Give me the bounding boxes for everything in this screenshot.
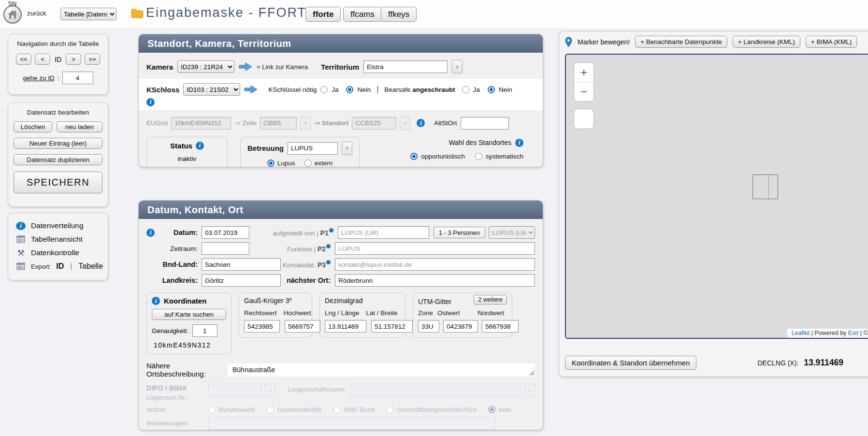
- reload-button[interactable]: neu laden: [57, 121, 102, 132]
- app-button-ffkeys[interactable]: ffkeys: [381, 7, 417, 22]
- duplicate-button[interactable]: Datensatz duplizieren: [14, 154, 102, 165]
- zoom-in-button[interactable]: +: [574, 63, 593, 82]
- app-button-ffcams[interactable]: ffcams: [343, 7, 382, 22]
- kschloss-select[interactable]: ID103 : 21S02: [183, 83, 240, 96]
- export-id-link[interactable]: ID: [56, 262, 64, 271]
- export-label: Export:: [31, 263, 51, 270]
- standort-dropdown-button: ∨: [400, 116, 410, 130]
- last-record-button[interactable]: >>: [85, 54, 100, 65]
- lng-input[interactable]: [325, 320, 366, 333]
- hochwert-input[interactable]: [285, 320, 320, 333]
- betreuung-label: Betreuung: [247, 144, 284, 152]
- home-button[interactable]: [3, 5, 22, 24]
- kschluessel-ja-radio[interactable]: [320, 86, 328, 93]
- first-record-button[interactable]: <<: [16, 54, 31, 65]
- back-link[interactable]: zurück: [27, 10, 46, 17]
- betreuung-lupus-radio[interactable]: [267, 160, 275, 167]
- bima-kml-button[interactable]: + BIMA (KML): [806, 36, 857, 48]
- datum-panel: Datum, Kontakt, Ort i Datum: aufgestellt…: [138, 200, 543, 430]
- p3-info-icon[interactable]: [326, 260, 331, 264]
- p3-input[interactable]: [335, 258, 535, 271]
- genauigkeit-input[interactable]: [192, 324, 217, 337]
- standort-info-icon[interactable]: i: [417, 119, 425, 127]
- weitere-button[interactable]: 2 weitere: [474, 295, 507, 305]
- link-export[interactable]: Export: ID | Tabelle: [16, 260, 104, 273]
- goto-id-link[interactable]: gehe zu ID: [23, 74, 54, 82]
- link-datenkontrolle[interactable]: ⚒ Datenkontrolle: [16, 246, 104, 260]
- zelle-dropdown-button: ∨: [300, 116, 311, 130]
- table-select[interactable]: Tabelle [Datens: [60, 8, 116, 20]
- betreuung-extern-radio[interactable]: [304, 160, 312, 167]
- landkreis-input[interactable]: [202, 274, 281, 287]
- info-icon: i: [16, 222, 26, 230]
- landkreise-kml-button[interactable]: + Landkreise (KML): [733, 36, 800, 48]
- territorium-dropdown-button[interactable]: ∨: [452, 60, 463, 73]
- zone-input[interactable]: [418, 320, 439, 333]
- p1-info-icon[interactable]: [329, 228, 333, 233]
- rechtswert-input[interactable]: [244, 320, 280, 333]
- zelle-input: [260, 117, 297, 130]
- opportunistisch-radio[interactable]: [410, 153, 418, 160]
- kschloss-info-icon[interactable]: i: [146, 98, 155, 106]
- betreuung-input[interactable]: [288, 142, 338, 155]
- ostwert-input[interactable]: [443, 320, 478, 333]
- naechster-ort-input[interactable]: [335, 274, 535, 287]
- map-attribution: Leaflet | Powered by Esri | © O: [787, 329, 868, 338]
- tools-icon: ⚒: [16, 248, 26, 258]
- wahl-standort-group: Wahl des Standortes i opportunistisch sy…: [404, 137, 523, 160]
- datum-input[interactable]: [202, 226, 249, 239]
- app-button-fforte[interactable]: fforte: [305, 7, 341, 22]
- karte-suchen-button[interactable]: auf Karte suchen: [152, 309, 226, 320]
- esri-link[interactable]: Esri: [848, 330, 859, 336]
- zoom-out-button[interactable]: −: [574, 82, 593, 101]
- kschloss-label: KSchloss: [146, 86, 179, 94]
- zelle-label: -> Zelle: [234, 119, 256, 127]
- next-record-button[interactable]: >: [66, 54, 81, 65]
- kschluessel-nein-radio[interactable]: [346, 86, 353, 93]
- arrow-link-icon[interactable]: [244, 85, 258, 94]
- arrow-link-icon[interactable]: [239, 62, 252, 71]
- map-layers-button[interactable]: [574, 109, 594, 129]
- kschloss-row: KSchloss ID103 : 21S02 KSchlüssel nötig …: [139, 79, 543, 110]
- zeitraum-input[interactable]: [202, 242, 249, 255]
- leaflet-link[interactable]: Leaflet: [792, 330, 810, 336]
- bearsafe-ja-radio[interactable]: [462, 86, 469, 93]
- territorium-label: Territorium: [321, 63, 359, 71]
- ortsbeschreibung-textarea[interactable]: Bühnaustraße: [228, 363, 535, 377]
- p1-input[interactable]: [338, 226, 429, 239]
- new-entry-button[interactable]: Neuer Eintrag (leer): [14, 138, 102, 149]
- p2-info-icon[interactable]: [326, 244, 331, 248]
- datum-info-icon[interactable]: i: [146, 229, 155, 237]
- lat-input[interactable]: [371, 320, 413, 333]
- resize-handle[interactable]: [529, 370, 534, 376]
- prev-record-button[interactable]: <: [35, 54, 50, 65]
- personen-button[interactable]: 1 - 3 Personen: [434, 227, 485, 238]
- goto-id-input[interactable]: [62, 72, 93, 84]
- link-datenverteilung[interactable]: i Datenverteilung: [16, 219, 104, 233]
- status-info-icon[interactable]: i: [196, 142, 204, 150]
- standort-input: [352, 117, 396, 130]
- app-window: SN zurück Tabelle [Datens Eingabemaske -…: [0, 0, 868, 436]
- save-button[interactable]: SPEICHERN: [14, 172, 102, 193]
- bearsafe-nein-radio[interactable]: [488, 86, 495, 93]
- delete-button[interactable]: Löschen: [14, 121, 52, 132]
- page-title: Eingabemaske - FFORTE: [146, 5, 316, 20]
- systematisch-radio[interactable]: [475, 153, 482, 160]
- wahl-info-icon[interactable]: i: [515, 139, 523, 147]
- kamera-select[interactable]: ID239 : 21R24: [177, 60, 234, 73]
- territorium-input[interactable]: [363, 60, 448, 73]
- betreuung-dropdown-button[interactable]: ∨: [342, 142, 352, 155]
- altstort-input[interactable]: [461, 117, 509, 130]
- utm-title: UTM-Gitter: [418, 298, 451, 305]
- nordwert-input[interactable]: [482, 320, 519, 333]
- datum-panel-header: Datum, Kontakt, Ort: [139, 201, 543, 219]
- datenpunkte-button[interactable]: + Benachbarte Datenpunkte: [635, 36, 727, 48]
- p2-input[interactable]: [335, 242, 535, 255]
- link-tabellenansicht[interactable]: Tabellenansicht: [16, 233, 104, 246]
- export-table-link[interactable]: Tabelle: [78, 262, 103, 271]
- apply-coordinates-button[interactable]: Koordinaten & Standort übernehmen: [565, 356, 696, 370]
- p1-select[interactable]: LUPUS (LW: [489, 226, 535, 239]
- koordinaten-info-icon[interactable]: i: [152, 297, 160, 305]
- map-canvas[interactable]: + − Leaflet | Powered by Esri | © O: [565, 54, 868, 339]
- bndland-input[interactable]: [202, 258, 281, 271]
